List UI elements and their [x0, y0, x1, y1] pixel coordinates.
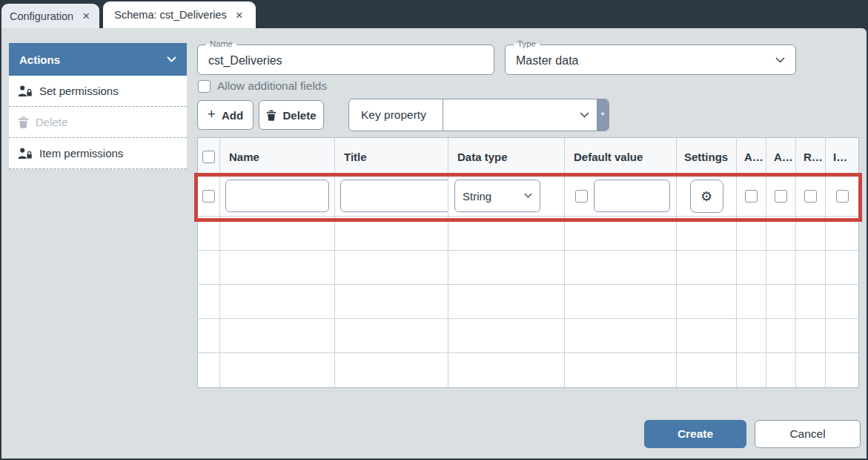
table-cell — [826, 217, 858, 250]
cancel-button-label: Cancel — [789, 427, 825, 441]
trash-icon — [18, 116, 29, 128]
table-cell — [565, 285, 677, 318]
table-cell — [737, 353, 766, 387]
key-property-label: Key property — [349, 99, 443, 131]
field-name-input[interactable] — [225, 180, 329, 212]
column-header-name: Name — [220, 138, 335, 175]
select-all-checkbox[interactable] — [202, 151, 215, 163]
plus-icon: + — [208, 106, 216, 122]
sidebar-item-label: Item permissions — [39, 147, 123, 160]
app-window: Configuration × Schema: cst_Deliveries ×… — [0, 0, 868, 460]
table-cell — [220, 251, 335, 284]
fields-table: Name Title Data type Default value Setti… — [197, 137, 859, 388]
name-input[interactable] — [198, 45, 494, 74]
table-cell — [448, 285, 565, 318]
table-cell — [565, 251, 677, 284]
allow-additional-fields-label: Allow additional fields — [217, 79, 327, 93]
table-row-edit: A String ⚙ — [198, 176, 858, 217]
user-lock-icon — [18, 148, 33, 160]
table-cell — [198, 285, 220, 318]
table-row — [198, 251, 858, 285]
table-row — [198, 217, 858, 251]
table-cell — [335, 319, 448, 352]
table-cell — [335, 285, 448, 318]
table-cell — [565, 319, 677, 352]
table-cell — [448, 353, 565, 387]
table-cell — [220, 285, 335, 318]
chevron-down-icon — [580, 112, 589, 119]
col-a1-checkbox[interactable] — [745, 190, 758, 203]
sidebar-item-item-permissions[interactable]: Item permissions — [9, 138, 187, 169]
type-select-value: Master data — [516, 54, 775, 68]
column-header-title: Title — [335, 138, 448, 175]
chevron-down-icon — [167, 56, 176, 63]
required-marker: * — [597, 99, 609, 131]
actions-header[interactable]: Actions — [9, 43, 187, 76]
schema-type-select[interactable]: Type Master data — [505, 45, 796, 75]
add-button[interactable]: + Add — [197, 100, 254, 130]
table-cell — [766, 319, 796, 352]
tab-label: Schema: cst_Deliveries — [114, 9, 227, 21]
table-cell — [766, 217, 796, 250]
allow-additional-fields-checkbox[interactable] — [198, 80, 211, 93]
sidebar-item-label: Set permissions — [39, 85, 119, 97]
table-cell — [766, 251, 796, 284]
table-cell — [220, 319, 335, 352]
schema-name-field: Name — [197, 45, 494, 75]
table-cell — [198, 319, 220, 352]
column-header-i: I… — [826, 138, 858, 175]
sidebar-item-set-permissions[interactable]: Set permissions — [9, 76, 187, 107]
delete-button[interactable]: Delete — [259, 100, 324, 130]
field-title-input[interactable] — [340, 180, 448, 212]
chevron-down-icon — [524, 193, 532, 199]
col-a2-checkbox[interactable] — [775, 190, 787, 203]
table-row — [198, 319, 858, 353]
key-property-select[interactable] — [443, 99, 597, 131]
table-cell — [796, 285, 826, 318]
table-cell — [796, 217, 826, 250]
tab-schema[interactable]: Schema: cst_Deliveries × — [103, 1, 256, 28]
table-cell — [677, 353, 737, 387]
table-cell — [677, 217, 737, 250]
allow-additional-fields-row: Allow additional fields — [198, 79, 327, 93]
tab-bar: Configuration × Schema: cst_Deliveries × — [0, 0, 868, 28]
column-header-a2: A… — [766, 138, 796, 175]
add-button-label: Add — [222, 109, 243, 122]
table-cell — [198, 353, 220, 387]
col-r-checkbox[interactable] — [804, 190, 817, 203]
table-empty-rows — [198, 217, 858, 387]
name-field-label: Name — [206, 39, 236, 48]
table-cell — [766, 353, 796, 387]
close-icon[interactable]: × — [234, 9, 245, 22]
close-icon[interactable]: × — [81, 10, 91, 22]
cancel-button[interactable]: Cancel — [755, 420, 861, 448]
settings-button[interactable]: ⚙ — [690, 180, 723, 213]
data-type-select[interactable]: String — [454, 180, 540, 212]
column-header-r: R… — [796, 138, 826, 175]
tab-label: Configuration — [10, 10, 73, 22]
create-button[interactable]: Create — [644, 420, 746, 448]
delete-button-label: Delete — [282, 109, 316, 122]
table-row — [198, 285, 858, 319]
table-cell — [448, 251, 565, 284]
key-property-control: Key property * — [348, 99, 609, 131]
table-cell — [565, 353, 677, 387]
tab-configuration[interactable]: Configuration × — [1, 4, 99, 28]
table-cell — [766, 285, 796, 318]
actions-header-label: Actions — [19, 53, 60, 66]
data-type-value: String — [463, 190, 524, 203]
table-cell — [677, 319, 737, 352]
row-select-checkbox[interactable] — [202, 190, 215, 203]
col-i-checkbox[interactable] — [836, 190, 849, 203]
table-cell — [737, 319, 766, 352]
default-value-input[interactable] — [594, 180, 670, 212]
table-cell — [335, 251, 448, 284]
table-header-row: Name Title Data type Default value Setti… — [198, 138, 858, 176]
chevron-down-icon — [775, 57, 785, 64]
type-field-label: Type — [514, 39, 540, 48]
table-cell — [677, 251, 737, 284]
table-cell — [220, 217, 335, 250]
table-cell — [448, 217, 565, 250]
default-value-checkbox[interactable] — [575, 190, 588, 203]
content-area: Actions Set permissions D — [1, 28, 867, 459]
